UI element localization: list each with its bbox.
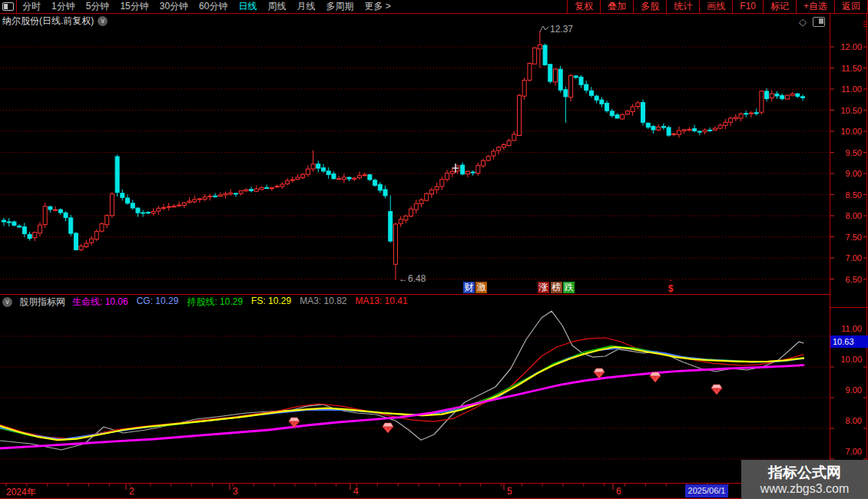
page-title: 纳尔股份(日线.前复权) — [2, 15, 94, 28]
sub-y-axis-label: 11.00 — [830, 324, 862, 333]
menu-item-0[interactable]: 分时 — [17, 0, 46, 13]
main-y-axis-label: 8.50 — [830, 190, 862, 200]
main-y-axis-label: 7.00 — [830, 253, 862, 263]
menu-item-1[interactable]: 1分钟 — [46, 0, 81, 13]
main-y-axis-label: 9.00 — [830, 169, 862, 178]
time-axis-label: 4 — [353, 486, 359, 497]
sub-y-axis-label: 7.00 — [830, 447, 862, 456]
indicator-source-label: 股朋指标网 — [19, 296, 65, 309]
menu-item-7[interactable]: 周线 — [262, 0, 291, 13]
watermark-title: 指标公式网 — [768, 464, 841, 481]
event-badge-0: 财 — [463, 282, 475, 293]
main-y-axis-label: 8.00 — [830, 211, 862, 220]
menu-item-2[interactable]: 5分钟 — [81, 0, 115, 13]
indicator-field-0: 生命线: 10.06 — [72, 296, 128, 309]
toolbar-menu: 复权叠加多股统计画线F10标记+自选返回 — [567, 0, 868, 13]
sub-y-axis-label: 8.00 — [830, 416, 862, 425]
low-price-annotation: ←6.48 — [399, 273, 426, 284]
toolbar-item-7[interactable]: +自选 — [796, 0, 834, 13]
menu-item-10[interactable]: 更多 > — [359, 0, 396, 13]
event-badge-1: 激 — [475, 282, 487, 293]
panel-layout-icon — [2, 2, 14, 11]
main-y-axis-label: 12.00 — [830, 42, 862, 51]
main-y-axis-label: 11.00 — [830, 84, 862, 94]
menu-item-4[interactable]: 30分钟 — [154, 0, 194, 13]
time-axis-label: 5 — [507, 486, 512, 497]
toolbar-item-1[interactable]: 叠加 — [600, 0, 633, 13]
event-badge-2: 涨 — [538, 282, 549, 293]
current-date-box: 2025/06/1 — [685, 484, 728, 497]
main-y-axis-label: 9.50 — [830, 148, 862, 157]
chart-title-row: 纳尔股份(日线.前复权) ∨ — [2, 15, 108, 28]
indicator-field-1: CG: 10.29 — [137, 296, 179, 309]
indicator-field-2: 持股线: 10.29 — [187, 296, 243, 309]
indicator-chevron-down-icon[interactable]: ∨ — [2, 297, 12, 307]
trading-app-window: 分时1分钟5分钟15分钟30分钟60分钟日线周线月线多周期更多 > 复权叠加多股… — [0, 0, 868, 499]
toolbar-item-3[interactable]: 统计 — [666, 0, 699, 13]
main-y-axis-label: 7.50 — [830, 233, 862, 242]
time-axis-label: 6 — [616, 486, 621, 497]
watermark-url: www.zbgs3.com — [760, 481, 850, 496]
indicator-field-4: MA3: 10.82 — [300, 296, 346, 309]
toolbar-item-4[interactable]: 画线 — [699, 0, 732, 13]
menu-item-5[interactable]: 60分钟 — [194, 0, 233, 13]
toolbar-item-0[interactable]: 复权 — [567, 0, 600, 13]
indicator-header: ∨ 股朋指标网 生命线: 10.06CG: 10.29持股线: 10.29FS:… — [2, 296, 408, 308]
chart-plot-area[interactable] — [0, 0, 868, 499]
chevron-down-icon[interactable]: ∨ — [98, 16, 108, 26]
corner-icons: ◇ — [799, 17, 825, 27]
dollar-icon: $ — [666, 285, 675, 293]
split-panel-icon[interactable] — [813, 17, 825, 27]
menu-item-3[interactable]: 15分钟 — [114, 0, 154, 13]
period-menubar: 分时1分钟5分钟15分钟30分钟60分钟日线周线月线多周期更多 > 复权叠加多股… — [0, 0, 868, 14]
sub-y-axis-label: 9.00 — [830, 385, 862, 395]
indicator-current-value-box: 10.63 — [830, 335, 868, 348]
toolbar-item-8[interactable]: 返回 — [834, 0, 868, 13]
toolbar-item-6[interactable]: 标记 — [763, 0, 796, 13]
menu-item-9[interactable]: 多周期 — [320, 0, 359, 13]
toolbar-item-2[interactable]: 多股 — [633, 0, 666, 13]
event-badge-3: 榜 — [551, 282, 562, 293]
time-axis-label: 3 — [233, 486, 238, 497]
layout-toggle-button[interactable] — [0, 0, 17, 13]
indicator-values: 生命线: 10.06CG: 10.29持股线: 10.29FS: 10.29MA… — [72, 296, 408, 309]
main-y-axis-label: 10.50 — [830, 106, 862, 115]
time-axis-label: 2024年 — [6, 486, 36, 499]
sub-y-axis-label: 10.00 — [830, 355, 862, 364]
event-badge-4: 跌 — [563, 282, 575, 293]
mark-diamond-icon[interactable]: ◇ — [799, 17, 807, 27]
menu-item-6[interactable]: 日线 — [233, 0, 262, 13]
dollar-event-marker: ˆ $ — [666, 281, 675, 293]
period-menu: 分时1分钟5分钟15分钟30分钟60分钟日线周线月线多周期更多 > — [17, 0, 396, 13]
main-y-axis-label: 10.00 — [830, 127, 862, 136]
main-y-axis-label: 11.50 — [830, 64, 862, 73]
indicator-field-5: MA13: 10.41 — [356, 296, 408, 309]
high-price-annotation: 12.37 — [550, 24, 573, 35]
time-axis-label: 2 — [129, 486, 134, 497]
menu-item-8[interactable]: 月线 — [291, 0, 320, 13]
toolbar-item-5[interactable]: F10 — [732, 0, 763, 13]
main-y-axis-label: 6.50 — [830, 275, 862, 284]
watermark: 指标公式网 www.zbgs3.com — [741, 460, 868, 499]
indicator-field-3: FS: 10.29 — [251, 296, 291, 309]
